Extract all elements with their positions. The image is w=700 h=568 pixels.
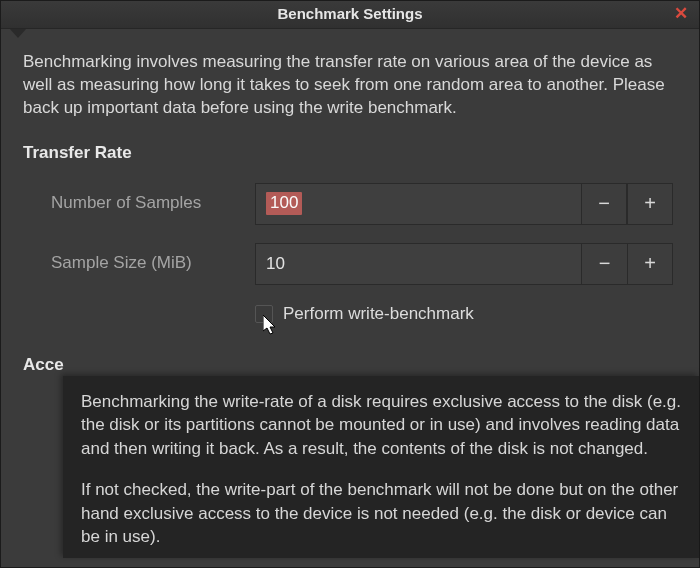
input-number-of-samples[interactable]: 100 <box>255 183 581 225</box>
titlebar[interactable]: Benchmark Settings ✕ <box>1 1 699 29</box>
decrement-button[interactable]: − <box>581 183 627 225</box>
spinner-number-of-samples: 100 − + <box>255 183 673 225</box>
input-value-selected: 100 <box>266 192 302 215</box>
increment-button[interactable]: + <box>627 183 673 225</box>
benchmark-settings-dialog: Benchmark Settings ✕ Benchmarking involv… <box>0 0 700 568</box>
intro-text: Benchmarking involves measuring the tran… <box>23 51 677 120</box>
input-sample-size[interactable] <box>255 243 581 285</box>
label-number-of-samples: Number of Samples <box>23 192 255 215</box>
section-heading-transfer-rate: Transfer Rate <box>23 142 677 165</box>
label-sample-size: Sample Size (MiB) <box>23 252 255 275</box>
label-perform-write-benchmark[interactable]: Perform write-benchmark <box>283 303 474 326</box>
tooltip-paragraph-1: Benchmarking the write-rate of a disk re… <box>81 390 681 460</box>
dialog-content: Benchmarking involves measuring the tran… <box>1 29 699 399</box>
row-write-benchmark: Perform write-benchmark <box>255 303 677 326</box>
close-icon[interactable]: ✕ <box>671 5 691 25</box>
checkbox-perform-write-benchmark[interactable] <box>255 305 273 323</box>
window-title: Benchmark Settings <box>277 4 422 24</box>
spinner-sample-size: − + <box>255 243 673 285</box>
tooltip-write-benchmark: Benchmarking the write-rate of a disk re… <box>63 376 699 558</box>
tooltip-paragraph-2: If not checked, the write-part of the be… <box>81 478 681 548</box>
decrement-button[interactable]: − <box>581 243 627 285</box>
section-heading-access-partial: Acce <box>23 354 677 377</box>
increment-button[interactable]: + <box>627 243 673 285</box>
row-number-of-samples: Number of Samples 100 − + <box>23 183 677 225</box>
row-sample-size: Sample Size (MiB) − + <box>23 243 677 285</box>
